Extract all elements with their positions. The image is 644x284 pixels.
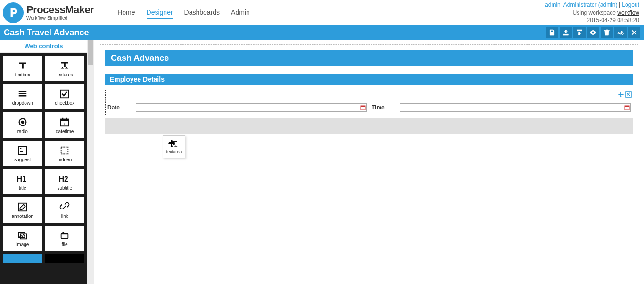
drag-ghost-label: textarea bbox=[166, 150, 182, 154]
app-header: ProcessMaker Workflow Simplified Home De… bbox=[0, 0, 644, 25]
nav-designer[interactable]: Designer bbox=[147, 7, 173, 19]
control-label: datetime bbox=[56, 129, 74, 134]
control-dropdown[interactable]: dropdown bbox=[3, 84, 42, 109]
control-label: dropdown bbox=[12, 100, 33, 106]
svg-rect-2 bbox=[19, 93, 27, 94]
link-icon bbox=[58, 201, 71, 213]
form-section-subtitle[interactable]: Employee Details bbox=[105, 74, 633, 85]
file-icon bbox=[58, 230, 71, 241]
control-title[interactable]: H1title bbox=[3, 169, 42, 194]
field-label: Date bbox=[107, 104, 133, 111]
save-button[interactable] bbox=[546, 27, 558, 38]
calendar-icon[interactable] bbox=[623, 103, 631, 112]
title-icon: H1 bbox=[16, 173, 29, 184]
web-controls-grid: textbox textarea dropdown checkbox radio… bbox=[0, 53, 87, 284]
svg-rect-30 bbox=[625, 106, 629, 107]
annotation-icon bbox=[16, 201, 29, 213]
textbox-icon bbox=[16, 60, 29, 71]
field-date[interactable]: Date bbox=[107, 103, 367, 112]
drop-target-row[interactable] bbox=[105, 118, 633, 134]
date-input[interactable] bbox=[136, 103, 359, 112]
image-icon bbox=[16, 230, 29, 241]
control-swatch-black[interactable] bbox=[45, 254, 85, 263]
control-label: title bbox=[19, 185, 26, 191]
fields-row: Date Time bbox=[107, 101, 632, 114]
svg-rect-16 bbox=[61, 147, 68, 154]
nav-home[interactable]: Home bbox=[117, 7, 135, 19]
control-file[interactable]: file bbox=[45, 226, 85, 251]
control-datetime[interactable]: 7datetime bbox=[45, 112, 85, 138]
brand: ProcessMaker Workflow Simplified bbox=[3, 2, 94, 23]
control-label: suggest bbox=[14, 157, 31, 162]
datetime-icon: 7 bbox=[58, 117, 71, 128]
time-input[interactable] bbox=[400, 103, 623, 112]
svg-text:7: 7 bbox=[64, 121, 66, 125]
row-move-handle[interactable] bbox=[618, 91, 624, 98]
control-label: textbox bbox=[15, 72, 30, 77]
field-time[interactable]: Time bbox=[372, 103, 631, 112]
radio-icon bbox=[16, 117, 29, 128]
control-checkbox[interactable]: checkbox bbox=[45, 84, 85, 109]
control-label: file bbox=[62, 242, 68, 247]
control-label: hidden bbox=[58, 157, 72, 162]
svg-text:H2: H2 bbox=[59, 175, 68, 183]
main-area: Web controls textbox textarea dropdown c… bbox=[0, 40, 644, 284]
workspace-name: workflow bbox=[617, 9, 639, 16]
svg-rect-10 bbox=[66, 117, 67, 120]
textarea-icon bbox=[58, 60, 71, 71]
row-handles bbox=[618, 91, 632, 98]
row-delete-handle[interactable] bbox=[625, 91, 632, 98]
svg-rect-24 bbox=[61, 233, 68, 234]
logout-link[interactable]: Logout bbox=[622, 1, 639, 8]
control-subtitle[interactable]: H2subtitle bbox=[45, 169, 85, 194]
control-link[interactable]: link bbox=[45, 197, 85, 223]
page-title: Cash Travel Advance bbox=[4, 28, 89, 38]
page-title-bar: Cash Travel Advance Aあ bbox=[0, 25, 644, 40]
preview-button[interactable] bbox=[587, 27, 599, 38]
checkbox-icon bbox=[58, 88, 71, 100]
control-textbox[interactable]: textbox bbox=[3, 56, 42, 81]
subtitle-icon: H2 bbox=[58, 173, 71, 184]
control-image[interactable]: image bbox=[3, 226, 42, 251]
svg-rect-14 bbox=[20, 150, 23, 150]
control-textarea[interactable]: textarea bbox=[45, 56, 85, 81]
calendar-icon[interactable] bbox=[359, 103, 367, 112]
suggest-icon bbox=[16, 145, 29, 156]
control-hidden[interactable]: hidden bbox=[45, 141, 85, 166]
export-button[interactable] bbox=[573, 27, 586, 38]
control-label: textarea bbox=[56, 72, 73, 77]
svg-text:Aあ: Aあ bbox=[618, 31, 624, 35]
current-user-link[interactable]: admin, Administrator (admin) bbox=[545, 1, 617, 8]
scrollbar-thumb[interactable] bbox=[88, 40, 93, 65]
dropdown-icon bbox=[16, 88, 29, 100]
user-sep: | bbox=[618, 1, 622, 8]
delete-button[interactable] bbox=[601, 27, 613, 38]
control-label: checkbox bbox=[55, 100, 74, 106]
language-button[interactable]: Aあ bbox=[614, 27, 627, 38]
control-suggest[interactable]: suggest bbox=[3, 141, 42, 166]
form-canvas[interactable]: Cash Advance Employee Details Date bbox=[100, 44, 638, 141]
control-label: link bbox=[61, 214, 68, 219]
close-button[interactable] bbox=[628, 27, 640, 38]
control-label: subtitle bbox=[57, 185, 72, 191]
brand-logo-icon bbox=[3, 2, 24, 23]
sidebar-scrollbar[interactable] bbox=[87, 40, 94, 284]
move-cursor-icon bbox=[167, 139, 176, 148]
brand-tagline: Workflow Simplified bbox=[26, 16, 94, 21]
control-label: annotation bbox=[11, 214, 33, 219]
control-swatch-blue[interactable] bbox=[3, 254, 42, 263]
svg-rect-25 bbox=[63, 232, 65, 233]
header-user-block: admin, Administrator (admin) | Logout Us… bbox=[545, 1, 639, 25]
control-radio[interactable]: radio bbox=[3, 112, 42, 138]
svg-text:H1: H1 bbox=[17, 175, 26, 183]
svg-rect-13 bbox=[20, 148, 21, 149]
selected-row[interactable]: Date Time bbox=[105, 90, 633, 115]
primary-nav: Home Designer Dashboards Admin bbox=[117, 7, 250, 19]
svg-rect-8 bbox=[61, 119, 69, 121]
nav-admin[interactable]: Admin bbox=[231, 7, 250, 19]
form-section-title[interactable]: Cash Advance bbox=[105, 50, 633, 66]
import-button[interactable] bbox=[560, 27, 572, 38]
nav-dashboards[interactable]: Dashboards bbox=[184, 7, 220, 19]
svg-rect-28 bbox=[361, 106, 365, 107]
control-annotation[interactable]: annotation bbox=[3, 197, 42, 223]
